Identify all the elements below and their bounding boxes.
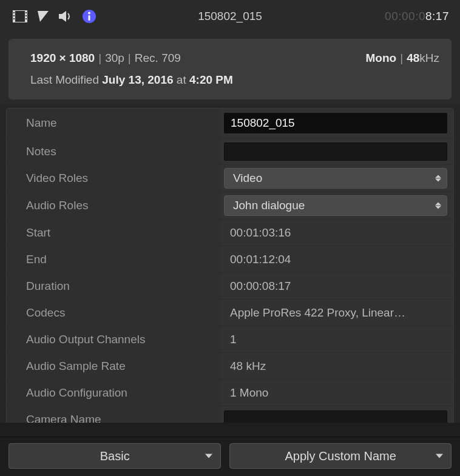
label-asr: Audio Sample Rate <box>7 353 220 379</box>
label-codecs: Codecs <box>7 300 220 326</box>
row-video-roles: Video Roles Video <box>7 164 453 192</box>
audio-rate-unit: kHz <box>419 52 439 64</box>
row-duration: Duration 00:00:08:17 <box>7 272 453 299</box>
label-name: Name <box>7 109 220 138</box>
select-audio-roles[interactable]: John dialogue <box>224 195 447 216</box>
input-notes[interactable] <box>224 142 447 161</box>
value-start[interactable]: 00:01:03:16 <box>220 220 453 246</box>
svg-rect-8 <box>25 18 27 19</box>
row-start: Start 00:01:03:16 <box>7 219 453 246</box>
label-start: Start <box>7 220 220 246</box>
audio-spec: Mono|48kHz <box>366 47 439 69</box>
select-video-roles[interactable]: Video <box>224 168 447 189</box>
timecode-value: 8:17 <box>425 10 449 22</box>
row-end: End 00:01:12:04 <box>7 246 453 272</box>
label-aconf: Audio Configuration <box>7 380 220 406</box>
info-banner: 1920 × 1080|30p|Rec. 709 Mono|48kHz Last… <box>8 39 452 99</box>
audio-inspector-icon[interactable] <box>57 7 75 25</box>
row-codecs: Codecs Apple ProRes 422 Proxy, Linear… <box>7 299 453 326</box>
format-spec: 1920 × 1080|30p|Rec. 709 <box>30 47 181 69</box>
svg-marker-9 <box>38 11 49 22</box>
label-notes: Notes <box>7 138 220 164</box>
svg-rect-3 <box>13 12 15 13</box>
svg-marker-10 <box>59 11 66 22</box>
row-name: Name <box>7 109 453 138</box>
label-video-roles: Video Roles <box>7 165 220 192</box>
timecode-leading: 00:00:0 <box>385 10 425 22</box>
frame-rate: 30p <box>105 52 124 64</box>
value-codecs: Apple ProRes 422 Proxy, Linear… <box>220 300 453 326</box>
label-aout: Audio Output Channels <box>7 326 220 352</box>
row-audio-output-channels: Audio Output Channels 1 <box>7 326 453 352</box>
value-asr: 48 kHz <box>220 353 453 379</box>
svg-rect-5 <box>13 18 15 19</box>
inspector-footer: Basic Apply Custom Name <box>0 437 460 476</box>
label-duration: Duration <box>7 273 220 299</box>
label-end: End <box>7 246 220 272</box>
row-audio-sample-rate: Audio Sample Rate 48 kHz <box>7 352 453 379</box>
chevron-down-icon <box>436 454 443 458</box>
apply-custom-name-select[interactable]: Apply Custom Name <box>229 443 452 469</box>
color-inspector-icon[interactable] <box>34 7 52 25</box>
value-end[interactable]: 00:01:12:04 <box>220 246 453 272</box>
svg-rect-6 <box>25 12 27 13</box>
video-inspector-icon[interactable] <box>11 7 29 25</box>
svg-rect-12 <box>89 15 90 21</box>
input-camera-name[interactable] <box>224 411 447 423</box>
chevron-down-icon <box>205 454 212 458</box>
row-notes: Notes <box>7 138 453 164</box>
info-banner-container: 1920 × 1080|30p|Rec. 709 Mono|48kHz Last… <box>0 33 460 104</box>
property-list: Name Notes Video Roles Video Audio Roles… <box>0 104 460 423</box>
info-inspector-icon[interactable] <box>80 7 98 25</box>
audio-mode: Mono <box>366 52 397 64</box>
chevron-updown-icon <box>435 203 441 209</box>
svg-rect-7 <box>25 15 27 16</box>
audio-rate: 48 <box>407 52 419 64</box>
row-camera-name: Camera Name <box>7 406 453 423</box>
label-camera: Camera Name <box>7 406 220 423</box>
inspector-toolbar: 150802_015 00:00:08:17 <box>0 0 460 33</box>
resolution: 1920 × 1080 <box>30 52 95 64</box>
value-aconf: 1 Mono <box>220 380 453 406</box>
svg-rect-4 <box>13 15 15 16</box>
metadata-view-select[interactable]: Basic <box>8 443 221 469</box>
row-audio-roles: Audio Roles John dialogue <box>7 192 453 219</box>
label-audio-roles: Audio Roles <box>7 192 220 219</box>
clip-title: 150802_015 <box>198 10 262 23</box>
value-aout: 1 <box>220 326 453 352</box>
input-name[interactable] <box>224 113 447 133</box>
last-modified: Last Modified July 13, 2016 at 4:20 PM <box>30 69 439 91</box>
row-audio-configuration: Audio Configuration 1 Mono <box>7 379 453 406</box>
chevron-updown-icon <box>435 175 441 182</box>
value-duration[interactable]: 00:00:08:17 <box>220 273 453 299</box>
svg-point-13 <box>88 12 90 15</box>
color-space: Rec. 709 <box>135 52 181 64</box>
timecode-display: 00:00:08:17 <box>385 10 449 23</box>
